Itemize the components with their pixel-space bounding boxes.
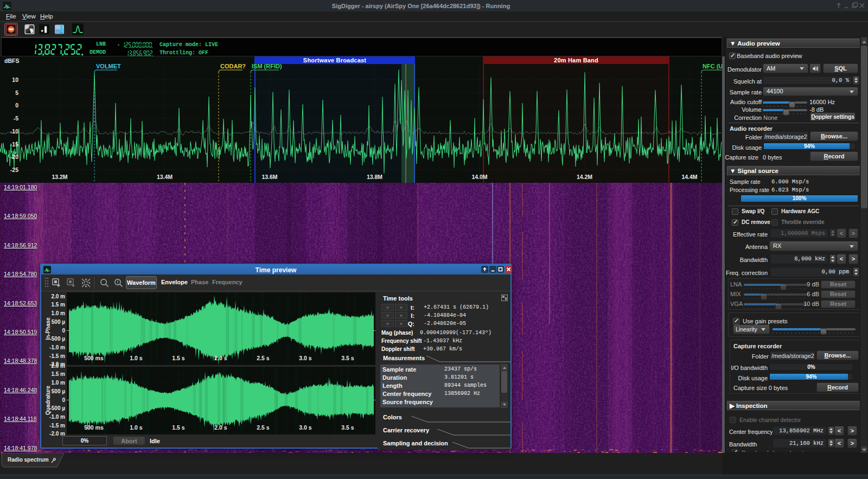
svg-text:500 ms: 500 ms: [84, 424, 104, 431]
svg-text:1.0 s: 1.0 s: [130, 424, 143, 431]
svg-text:20m Ham Band: 20m Ham Band: [554, 57, 598, 63]
svg-text:Shortwave Broadcast: Shortwave Broadcast: [303, 57, 366, 63]
svg-text:14.2M: 14.2M: [577, 174, 592, 180]
svg-text:VOLMET: VOLMET: [96, 63, 121, 69]
svg-text:1.5 s: 1.5 s: [172, 424, 185, 431]
svg-text:dBFS: dBFS: [4, 58, 19, 64]
svg-text:10: 10: [12, 76, 18, 83]
svg-text:-25: -25: [10, 167, 18, 173]
svg-text:2.5 s: 2.5 s: [257, 424, 270, 431]
svg-text:3.5 s: 3.5 s: [341, 424, 354, 431]
svg-text:2.0 s: 2.0 s: [214, 424, 227, 431]
svg-text:13.6M: 13.6M: [261, 174, 277, 180]
svg-text:13.8M: 13.8M: [367, 174, 382, 180]
svg-text:1.5 s: 1.5 s: [172, 355, 185, 361]
svg-text:1.0 s: 1.0 s: [130, 355, 143, 361]
svg-text:-5: -5: [14, 115, 18, 122]
svg-text:3.0 s: 3.0 s: [299, 355, 312, 361]
svg-text:3.0 s: 3.0 s: [299, 424, 312, 431]
svg-text:3.5 s: 3.5 s: [341, 355, 354, 361]
svg-text:-15: -15: [10, 141, 18, 148]
svg-text:13.4M: 13.4M: [157, 174, 173, 180]
svg-text:2.0 s: 2.0 s: [214, 355, 227, 361]
svg-text:13.2M: 13.2M: [52, 174, 67, 180]
svg-text:0: 0: [15, 102, 18, 108]
svg-text:DEMOD: DEMOD: [90, 49, 106, 55]
svg-text:Throttling: OFF: Throttling: OFF: [159, 50, 208, 56]
svg-text:14.0M: 14.0M: [471, 174, 487, 180]
svg-text:2.5 s: 2.5 s: [257, 355, 270, 361]
svg-text:5: 5: [15, 90, 18, 96]
svg-text:LNB: LNB: [96, 41, 106, 47]
svg-text:ISM (RFID): ISM (RFID): [252, 63, 282, 69]
svg-text:NFC (Up: NFC (Up: [703, 63, 722, 69]
svg-text:Capture mode: LIVE: Capture mode: LIVE: [159, 42, 218, 48]
svg-text:CODAR?: CODAR?: [220, 63, 246, 69]
svg-text:14.4M: 14.4M: [681, 174, 697, 180]
svg-text:-20: -20: [10, 154, 18, 160]
svg-text:-10: -10: [10, 128, 18, 135]
svg-text:500 ms: 500 ms: [84, 355, 104, 361]
